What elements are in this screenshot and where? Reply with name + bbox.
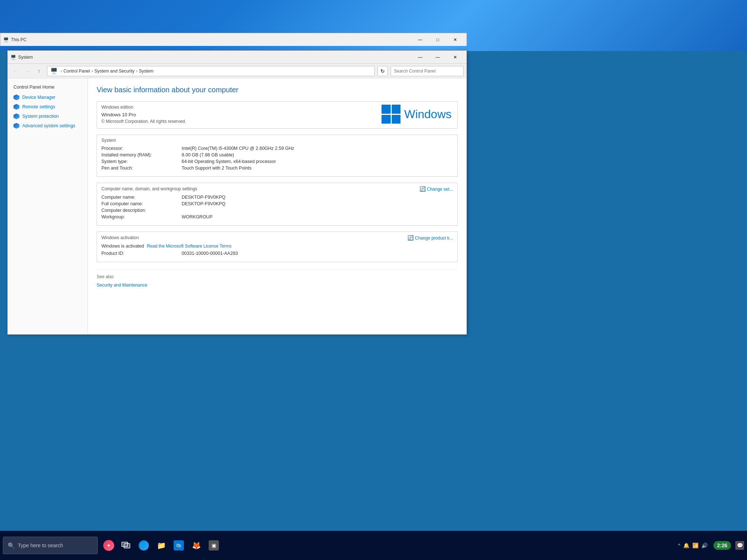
windows-edition-section: Windows edition Windows 10 Pro © Microso… <box>97 101 458 129</box>
computer-name-label: Computer name: <box>101 195 182 200</box>
change-settings-link[interactable]: 🔄 Change set... <box>419 186 453 192</box>
breadcrumb-sep-0: › <box>61 69 62 74</box>
sidebar-item-advanced-settings[interactable]: Advanced system settings <box>8 121 88 131</box>
search-magnifier-icon: 🔍 <box>8 542 15 549</box>
activation-header-row: Windows activation 🔄 Change product k... <box>101 235 453 241</box>
refresh-button[interactable]: ↻ <box>378 66 388 76</box>
flag-quad-tl <box>382 105 391 114</box>
see-also-header: See also <box>97 274 458 279</box>
pen-touch-row: Pen and Touch: Touch Support with 2 Touc… <box>101 166 453 171</box>
ram-row: Installed memory (RAM): 8.00 GB (7.88 GB… <box>101 152 453 158</box>
thispc-title: This PC <box>11 37 27 42</box>
thispc-maximize-button[interactable]: □ <box>429 35 446 45</box>
explorer-icon-shape: 📁 <box>156 540 166 551</box>
shield-icon-advanced <box>13 123 19 129</box>
sidebar-item-remote-settings[interactable]: Remote settings <box>8 102 88 112</box>
full-name-label: Full computer name: <box>101 201 182 206</box>
breadcrumb-system-security[interactable]: System and Security <box>94 69 135 74</box>
firefox-icon-shape: 🦊 <box>191 540 201 551</box>
page-title: View basic information about your comput… <box>97 86 458 94</box>
full-name-row: Full computer name: DESKTOP-F9V0KPQ <box>101 201 453 206</box>
breadcrumb-bar: 🖥️ › Control Panel › System and Security… <box>47 66 375 76</box>
see-also-section: See also Security and Maintenance <box>97 269 458 288</box>
main-area: Control Panel Home Device Manager Remote… <box>8 78 467 334</box>
processor-value: Intel(R) Core(TM) i5-4300M CPU @ 2.60GHz… <box>182 146 294 151</box>
product-id-value: 00331-10000-00001-AA283 <box>182 251 238 256</box>
system-info-section: System Processor: Intel(R) Core(TM) i5-4… <box>97 135 458 177</box>
store-icon-shape: 🛍 <box>174 540 184 551</box>
back-button[interactable]: ← <box>11 66 21 76</box>
clock-display[interactable]: 2:26 <box>713 541 731 550</box>
navigation-bar: ← → ↑ 🖥️ › Control Panel › System and Se… <box>8 64 467 78</box>
activation-header: Windows activation <box>101 235 139 240</box>
taskbar-cortana-icon[interactable]: ✦ <box>101 537 117 554</box>
volume-icon: 🔊 <box>701 542 708 548</box>
system-maximize-button[interactable]: — <box>429 52 446 62</box>
system-type-row: System type: 64-bit Operating System, x6… <box>101 159 453 164</box>
network-icon: 📶 <box>692 542 698 548</box>
taskbar-firefox-icon[interactable]: 🦊 <box>188 537 204 554</box>
windows-text: Windows <box>404 108 452 121</box>
search-input[interactable] <box>391 66 464 76</box>
taskview-icon-shape <box>121 542 131 549</box>
ram-label: Installed memory (RAM): <box>101 152 182 158</box>
workgroup-row: Workgroup: WORKGROUP <box>101 214 453 219</box>
taskbar-taskview-icon[interactable] <box>118 537 134 554</box>
taskbar-edge-icon[interactable]: 🌐 <box>136 537 152 554</box>
description-row: Computer description: <box>101 208 453 213</box>
security-maintenance-link[interactable]: Security and Maintenance <box>97 283 147 288</box>
clock-area: ^ 🔔 📶 🔊 2:26 💬 <box>678 541 744 550</box>
notification-icon: 🔔 <box>683 542 689 548</box>
up-button[interactable]: ↑ <box>34 66 44 76</box>
breadcrumb-control-panel[interactable]: Control Panel <box>63 69 90 74</box>
shield-icon-device <box>13 94 19 100</box>
change-product-link[interactable]: 🔄 Change product k... <box>407 235 453 241</box>
breadcrumb-sep-2: › <box>136 69 138 74</box>
notification-center-icon[interactable]: 💬 <box>735 541 744 550</box>
tray-chevron[interactable]: ^ <box>678 543 680 548</box>
system-minimize-button[interactable]: — <box>412 52 429 62</box>
sidebar-home-link[interactable]: Control Panel Home <box>8 83 88 93</box>
edge-icon-shape: 🌐 <box>139 540 149 551</box>
taskbar-search-text: Type here to search <box>18 542 63 548</box>
license-link[interactable]: Read the Microsoft Software License Term… <box>147 244 232 249</box>
pen-touch-label: Pen and Touch: <box>101 166 182 171</box>
taskbar-search[interactable]: 🔍 Type here to search <box>3 537 98 554</box>
processor-label: Processor: <box>101 146 182 151</box>
processor-row: Processor: Intel(R) Core(TM) i5-4300M CP… <box>101 146 453 151</box>
thispc-minimize-button[interactable]: — <box>412 35 429 45</box>
flag-quad-tr <box>392 105 401 114</box>
computer-name-section: Computer name, domain, and workgroup set… <box>97 183 458 226</box>
sidebar-item-device-manager[interactable]: Device Manager <box>8 93 88 102</box>
system-section-header: System <box>101 138 453 143</box>
sidebar: Control Panel Home Device Manager Remote… <box>8 78 88 334</box>
ram-value: 8.00 GB (7.88 GB usable) <box>182 152 234 158</box>
product-id-row: Product ID: 00331-10000-00001-AA283 <box>101 251 453 256</box>
taskbar-icons-group: ✦ 🌐 📁 🛍 🦊 ▣ <box>101 537 222 554</box>
thispc-window-controls: — □ ✕ <box>412 35 464 45</box>
full-name-value: DESKTOP-F9V0KPQ <box>182 201 225 206</box>
cortana-icon-shape: ✦ <box>103 540 114 551</box>
shield-icon-remote <box>13 104 19 110</box>
thispc-icon: 🖥️ <box>3 37 9 42</box>
taskbar: 🔍 Type here to search ✦ 🌐 📁 🛍 🦊 <box>0 531 747 560</box>
computer-name-row: Computer name: DESKTOP-F9V0KPQ <box>101 195 453 200</box>
system-window: 🖥️ System — — ✕ ← → ↑ 🖥️ › Control Panel… <box>7 50 467 335</box>
sidebar-item-system-protection[interactable]: System protection <box>8 112 88 121</box>
description-label: Computer description: <box>101 208 182 213</box>
taskbar-app-icon[interactable]: ▣ <box>206 537 222 554</box>
taskbar-store-icon[interactable]: 🛍 <box>171 537 187 554</box>
activation-status: Windows is activated <box>101 244 144 249</box>
thispc-close-button[interactable]: ✕ <box>447 35 464 45</box>
system-type-value: 64-bit Operating System, x64-based proce… <box>182 159 276 164</box>
forward-button[interactable]: → <box>22 66 32 76</box>
system-window-controls: — — ✕ <box>412 52 464 62</box>
computer-settings-header-row: Computer name, domain, and workgroup set… <box>101 186 453 192</box>
taskbar-explorer-icon[interactable]: 📁 <box>153 537 169 554</box>
system-close-button[interactable]: ✕ <box>447 52 464 62</box>
windows-flag-icon <box>382 105 400 124</box>
flag-quad-br <box>392 115 401 124</box>
product-id-label: Product ID: <box>101 251 182 256</box>
breadcrumb-system[interactable]: System <box>139 69 154 74</box>
action-center-icon: 💬 <box>737 542 743 548</box>
